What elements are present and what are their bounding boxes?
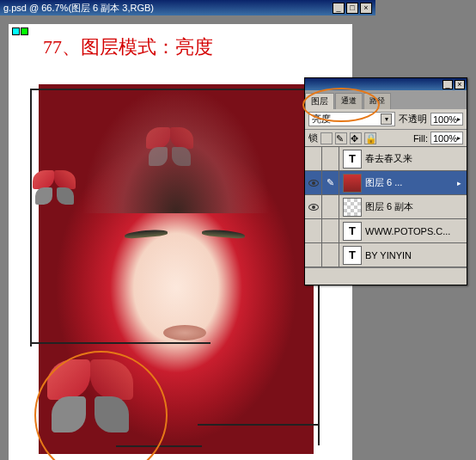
layer-row[interactable]: 图层 6 副本	[305, 195, 467, 219]
visibility-toggle[interactable]	[305, 171, 322, 194]
layer-name: 春去春又来	[365, 152, 467, 165]
layer-name: BY YINYIN	[365, 250, 467, 261]
fill-input[interactable]: 100%▸	[430, 132, 463, 144]
eye-icon	[308, 180, 319, 187]
layer-row[interactable]: TBY YINYIN	[305, 243, 467, 267]
lock-label: 锁	[308, 132, 318, 144]
layer-thumbnail	[343, 174, 362, 193]
expand-icon[interactable]: ▸	[457, 179, 461, 187]
maximize-button[interactable]: □	[346, 3, 358, 14]
swatch-green	[21, 28, 28, 35]
swatch-cyan	[12, 28, 20, 35]
layer-name: 图层 6 副本	[365, 200, 467, 213]
layer-thumbnail: T	[343, 222, 362, 241]
layers-list: T春去春又来✎图层 6 ...▸图层 6 副本TWWW.POTOPS.C...T…	[305, 147, 467, 267]
layer-name: WWW.POTOPS.C...	[365, 226, 467, 236]
layer-row[interactable]: ✎图层 6 ...▸	[305, 171, 467, 195]
layer-thumbnail	[343, 198, 362, 217]
document-titlebar: g.psd @ 66.7%(图层 6 副本 3,RGB) _ □ ×	[0, 0, 375, 15]
lock-position-button[interactable]: ✥	[350, 132, 362, 144]
layer-name: 图层 6 ...	[365, 176, 457, 189]
visibility-toggle[interactable]	[305, 243, 322, 267]
canvas[interactable]: 77、图层模式：亮度	[9, 24, 352, 460]
panel-footer	[305, 267, 467, 285]
opacity-input[interactable]: 100%▸	[430, 113, 463, 126]
link-toggle[interactable]	[322, 219, 339, 242]
butterfly-icon	[33, 170, 76, 205]
lock-all-button[interactable]: 🔒	[364, 132, 376, 144]
panel-close-button[interactable]: ×	[455, 80, 465, 89]
visibility-toggle[interactable]	[305, 219, 322, 242]
link-toggle[interactable]	[322, 147, 339, 170]
close-button[interactable]: ×	[360, 3, 372, 14]
minimize-button[interactable]: _	[333, 3, 345, 14]
opacity-label: 不透明	[399, 113, 427, 126]
annotation-circle	[302, 88, 380, 122]
lock-transparency-button[interactable]	[320, 132, 333, 144]
butterfly-icon	[146, 127, 193, 166]
chevron-down-icon: ▾	[381, 113, 392, 125]
link-toggle[interactable]	[322, 243, 339, 267]
layer-row[interactable]: T春去春又来	[305, 147, 467, 171]
eye-icon	[308, 204, 319, 211]
artwork	[26, 41, 322, 450]
link-toggle[interactable]	[322, 195, 339, 218]
visibility-toggle[interactable]	[305, 147, 322, 170]
link-toggle[interactable]: ✎	[322, 171, 339, 194]
lock-pixels-button[interactable]: ✎	[335, 132, 347, 144]
document-title: g.psd @ 66.7%(图层 6 副本 3,RGB)	[3, 2, 154, 15]
layer-thumbnail: T	[343, 246, 362, 265]
visibility-toggle[interactable]	[305, 195, 322, 218]
layer-thumbnail: T	[343, 150, 362, 169]
fill-label: Fill:	[413, 133, 428, 144]
layer-row[interactable]: TWWW.POTOPS.C...	[305, 219, 467, 243]
panel-minimize-button[interactable]: _	[442, 80, 453, 89]
